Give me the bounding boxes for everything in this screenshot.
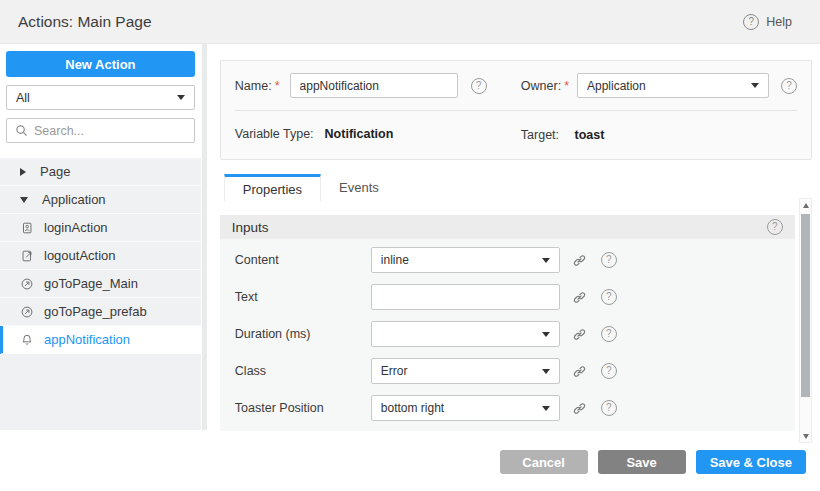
duration-dropdown[interactable] <box>371 321 560 347</box>
tree-group-label: Application <box>42 193 106 206</box>
target-label: Target: <box>521 128 559 142</box>
caret-right-icon <box>20 168 26 176</box>
actions-tree: Page Application loginAction logoutActio… <box>0 158 201 430</box>
caret-down-icon <box>20 197 28 203</box>
toaster-position-help-icon[interactable] <box>601 400 617 416</box>
chevron-down-icon <box>751 83 759 88</box>
link-icon <box>572 364 587 379</box>
new-action-button[interactable]: New Action <box>6 51 195 77</box>
text-label: Text <box>235 290 371 304</box>
input-row-text: Text <box>220 284 795 310</box>
form-divider <box>235 110 797 111</box>
owner-dropdown[interactable]: Application <box>577 73 769 98</box>
content-dropdown[interactable]: inline <box>371 247 560 273</box>
content-help-icon[interactable] <box>601 252 617 268</box>
filter-dropdown-value: All <box>16 91 177 105</box>
owner-dropdown-value: Application <box>587 79 751 93</box>
tree-group-label: Page <box>40 165 70 178</box>
navigate-icon <box>20 305 34 319</box>
chevron-down-icon <box>542 332 550 337</box>
text-help-icon[interactable] <box>601 289 617 305</box>
tree-item-label: appNotification <box>44 333 130 346</box>
required-marker: * <box>564 79 569 93</box>
save-button[interactable]: Save <box>598 450 686 474</box>
dialog-header: Actions: Main Page Help <box>0 0 820 44</box>
name-field[interactable] <box>290 73 458 98</box>
bell-icon <box>20 333 34 347</box>
chevron-down-icon <box>542 369 550 374</box>
link-icon <box>572 290 587 305</box>
tab-events[interactable]: Events <box>321 174 397 201</box>
chevron-down-icon <box>177 95 185 100</box>
class-help-icon[interactable] <box>601 363 617 379</box>
sidebar-divider <box>201 44 208 430</box>
tree-group-page[interactable]: Page <box>0 158 201 186</box>
inputs-section-header: Inputs <box>220 215 795 239</box>
text-bind-icon[interactable] <box>572 290 587 305</box>
content-dropdown-value: inline <box>381 253 542 267</box>
tree-item-gotopage-prefab[interactable]: goToPage_prefab <box>0 298 201 326</box>
duration-bind-icon[interactable] <box>572 327 587 342</box>
toaster-position-dropdown-value: bottom right <box>381 401 542 415</box>
toaster-position-label: Toaster Position <box>235 401 371 415</box>
tree-item-label: goToPage_prefab <box>44 305 147 318</box>
search-box[interactable] <box>6 118 195 143</box>
class-bind-icon[interactable] <box>572 364 587 379</box>
toaster-position-dropdown[interactable]: bottom right <box>371 395 560 421</box>
tree-item-label: goToPage_Main <box>44 277 138 290</box>
chevron-down-icon <box>542 406 550 411</box>
help-icon <box>743 14 759 30</box>
variable-summary-panel: Name: * Owner: * Application <box>220 60 812 160</box>
input-row-content: Content inline <box>220 247 795 273</box>
tree-group-application[interactable]: Application <box>0 186 201 214</box>
inputs-panel: Inputs Content inline <box>220 215 795 431</box>
name-help-icon[interactable] <box>471 78 487 94</box>
content-bind-icon[interactable] <box>572 253 587 268</box>
scroll-up-icon[interactable] <box>800 199 811 211</box>
tree-item-appnotification[interactable]: appNotification <box>0 326 201 354</box>
variable-type-value: Notification <box>325 127 394 141</box>
duration-help-icon[interactable] <box>601 326 617 342</box>
class-dropdown-value: Error <box>381 364 542 378</box>
tree-item-logoutaction[interactable]: logoutAction <box>0 242 201 270</box>
dialog-footer: Cancel Save Save & Close <box>0 430 820 491</box>
variable-type-label: Variable Type: <box>235 127 314 141</box>
filter-dropdown[interactable]: All <box>6 85 195 110</box>
tree-item-gotopage-main[interactable]: goToPage_Main <box>0 270 201 298</box>
navigate-icon <box>20 277 34 291</box>
tab-properties[interactable]: Properties <box>224 174 321 201</box>
actions-dialog: Actions: Main Page Help New Action All <box>0 0 820 491</box>
tree-item-label: logoutAction <box>44 249 116 262</box>
help-button[interactable]: Help <box>743 14 792 30</box>
cancel-button[interactable]: Cancel <box>500 450 588 474</box>
input-row-toaster-position: Toaster Position bottom right <box>220 395 795 421</box>
class-dropdown[interactable]: Error <box>371 358 560 384</box>
link-icon <box>572 253 587 268</box>
actions-sidebar: New Action All Page Application <box>0 44 201 430</box>
class-label: Class <box>235 364 371 378</box>
tree-item-label: loginAction <box>44 221 108 234</box>
page-title: Actions: Main Page <box>18 13 152 31</box>
help-label: Help <box>766 15 792 29</box>
tree-item-loginaction[interactable]: loginAction <box>0 214 201 242</box>
owner-help-icon[interactable] <box>781 78 797 94</box>
link-icon <box>572 327 587 342</box>
duration-label: Duration (ms) <box>235 327 371 341</box>
login-icon <box>20 221 34 235</box>
toaster-position-bind-icon[interactable] <box>572 401 587 416</box>
save-and-close-button[interactable]: Save & Close <box>696 450 806 474</box>
scrollbar-thumb[interactable] <box>801 214 810 397</box>
scroll-down-icon[interactable] <box>800 430 811 442</box>
search-icon <box>15 124 28 137</box>
search-input[interactable] <box>34 124 186 138</box>
tab-bar: Properties Events <box>224 174 820 201</box>
chevron-down-icon <box>542 258 550 263</box>
owner-label: Owner: <box>521 79 561 93</box>
required-marker: * <box>275 79 280 93</box>
text-field[interactable] <box>371 284 560 310</box>
target-value: toast <box>575 128 605 142</box>
inputs-section-title: Inputs <box>232 220 269 235</box>
link-icon <box>572 401 587 416</box>
inputs-help-icon[interactable] <box>767 219 783 235</box>
properties-scrollbar[interactable] <box>799 198 812 443</box>
